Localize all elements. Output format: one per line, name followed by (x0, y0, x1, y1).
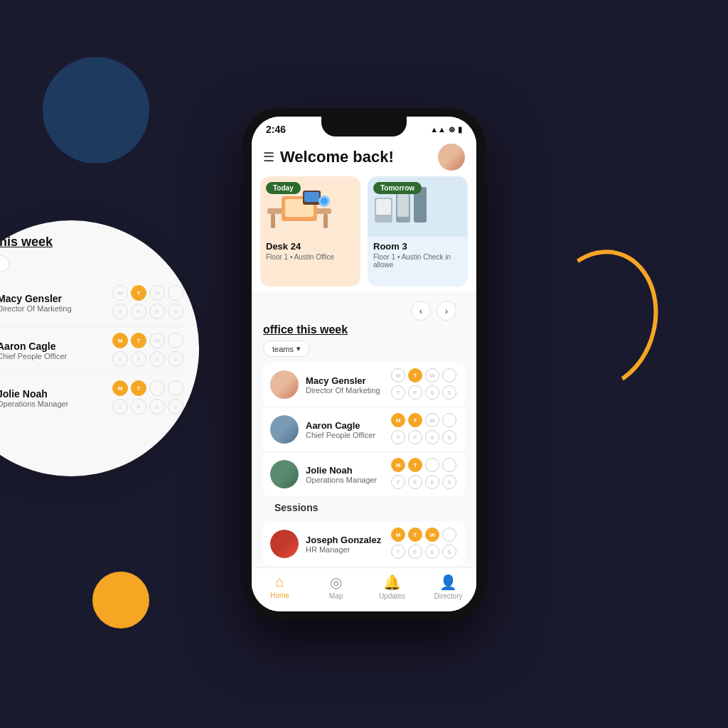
app-header: ☰ Welcome back! (252, 138, 476, 176)
status-icons: ▲▲ ⊛ ▮ (430, 125, 462, 134)
filter-row: teams ▾ (263, 341, 465, 357)
tomorrow-booking-card[interactable]: Tomorrow Room 3 Floor 1 • Austin Check i… (368, 176, 468, 287)
day-S2: S (442, 545, 456, 559)
back-arrow[interactable]: ‹ (411, 301, 431, 321)
person-info: Aaron Cagle Chief People Officer (306, 420, 391, 439)
mag-day-M: M (112, 380, 128, 396)
mag-day-F: F (131, 304, 146, 319)
day-T2: T (391, 475, 405, 489)
mag-day-T2: T (112, 304, 128, 319)
day-S2: S (442, 475, 456, 489)
mag-person-info: Aaron Cagle Chief People Officer (0, 341, 112, 360)
teams-filter-button[interactable]: teams ▾ (263, 341, 310, 357)
day-F: F (408, 385, 422, 400)
mag-day-S: S (149, 351, 165, 367)
mag-title: office this week (0, 235, 185, 250)
day-T: T (408, 458, 422, 472)
deco-orange-circle (92, 572, 149, 628)
svg-rect-10 (376, 199, 391, 215)
person-info: Joseph Gonzalez HR Manager (306, 535, 391, 554)
status-time: 2:46 (266, 124, 286, 135)
day-M: M (391, 413, 405, 427)
mag-day-M: M (112, 333, 128, 348)
deco-dark-circle (43, 57, 149, 164)
mag-person-role: Director Of Marketing (0, 304, 112, 313)
user-avatar[interactable] (438, 144, 465, 171)
person-role: HR Manager (306, 545, 391, 554)
mag-title-highlight: this week (0, 235, 53, 249)
mag-day-x (168, 333, 183, 348)
phone-frame: 2:46 ▲▲ ⊛ ▮ ☰ Welcome back! Today (243, 108, 485, 620)
person-role: Chief People Officer (306, 431, 391, 439)
teams-filter-label: teams (272, 345, 294, 353)
mag-day-S: S (149, 304, 165, 319)
forward-arrow[interactable]: › (437, 301, 456, 321)
day-T2: T (391, 385, 405, 400)
magnify-overlay: office this week teams ▾ Macy Gensler Di… (0, 220, 199, 476)
person-row[interactable]: Macy Gensler Director Of Marketing M T W… (263, 363, 465, 407)
person-avatar (270, 370, 299, 399)
mag-person-role: Operations Manager (0, 400, 112, 408)
mag-day-T: T (131, 380, 146, 396)
today-booking-card[interactable]: Today Desk 24 (260, 176, 360, 287)
page-title: Welcome back! (280, 148, 438, 166)
mag-person-row[interactable]: Jolie Noah Operations Manager M T T F S … (0, 375, 185, 422)
day-F: F (408, 430, 422, 444)
day-indicators: M T T F S S (391, 458, 458, 491)
mag-person-row[interactable]: Aaron Cagle Chief People Officer M T W T… (0, 327, 185, 375)
mag-person-name: Jolie Noah (0, 388, 112, 400)
mag-day-T: T (131, 285, 146, 301)
mag-day-x (168, 380, 183, 396)
mag-teams-filter[interactable]: teams ▾ (0, 255, 9, 272)
person-row[interactable]: Joseph Gonzalez HR Manager M T W T F S S (263, 522, 465, 566)
mag-day-M: M (112, 285, 128, 301)
svg-rect-2 (323, 214, 328, 228)
person-row[interactable]: Jolie Noah Operations Manager M T T F S … (263, 452, 465, 496)
mag-day-F: F (131, 351, 146, 367)
deco-orange-arc (527, 237, 673, 404)
mag-filter: teams ▾ (0, 255, 185, 272)
mag-day-x (168, 285, 183, 301)
sessions-label: Sessions (274, 502, 318, 513)
mag-day-W: W (149, 285, 165, 301)
week-section: ‹ › office this week teams ▾ (252, 292, 476, 567)
tomorrow-room-name: Room 3 (373, 241, 462, 252)
mag-day-T2: T (112, 351, 128, 367)
day-empty (442, 528, 456, 542)
nav-updates[interactable]: 🔔 Updates (364, 574, 420, 600)
person-row[interactable]: Aaron Cagle Chief People Officer M T W T… (263, 407, 465, 452)
tomorrow-booking-info: Room 3 Floor 1 • Austin Check in allowe (368, 237, 468, 274)
mag-day-indicators: M T W T F S S (112, 333, 185, 368)
person-name: Joseph Gonzalez (306, 535, 391, 545)
phone-notch (321, 117, 407, 136)
day-S: S (425, 475, 439, 489)
bell-icon: 🔔 (383, 574, 401, 591)
today-badge: Today (266, 182, 301, 194)
person-name: Jolie Noah (306, 465, 391, 476)
day-T2: T (391, 430, 405, 444)
nav-home[interactable]: ⌂ Home (252, 574, 308, 600)
mag-day-S2: S (168, 351, 183, 367)
mag-person-row[interactable]: Macy Gensler Director Of Marketing M T W… (0, 279, 185, 327)
wifi-icon: ⊛ (449, 125, 455, 134)
day-empty (442, 413, 456, 427)
nav-map[interactable]: ◎ Map (308, 574, 364, 600)
day-indicators: M T W T F S S (391, 413, 458, 446)
day-M: M (391, 458, 405, 472)
nav-directory[interactable]: 👤 Directory (420, 574, 476, 600)
day-W: W (425, 528, 439, 542)
nav-arrows: ‹ › (263, 298, 465, 323)
day-F: F (408, 545, 422, 559)
day-W: W (425, 413, 439, 427)
mag-person-name: Aaron Cagle (0, 341, 112, 352)
updates-label: Updates (379, 592, 405, 600)
mag-person-info: Jolie Noah Operations Manager (0, 388, 112, 408)
today-desk-sub: Floor 1 • Austin Office (266, 253, 355, 261)
day-T2: T (391, 545, 405, 559)
menu-icon[interactable]: ☰ (263, 149, 274, 165)
mag-day-T2: T (112, 399, 128, 414)
mag-day-indicators: M T W T F S S (112, 285, 185, 321)
mag-day-S2: S (168, 399, 183, 414)
person-avatar (270, 530, 299, 558)
sessions-row: Sessions (263, 496, 465, 519)
